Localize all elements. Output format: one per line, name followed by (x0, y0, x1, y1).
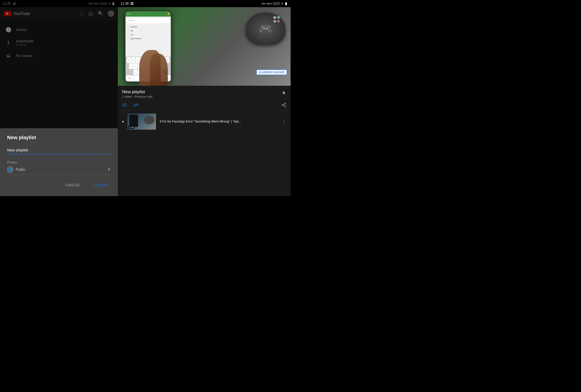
right-panel: 11:38 🖼 550 KB/S VoLTE ▼ ▐▌ 12:15 📶 (118, 0, 291, 196)
video-duration: 2:19 (128, 126, 134, 129)
playlist-title: New playlist (122, 89, 152, 94)
phone-list-item: vpn (126, 29, 170, 33)
time-right: 11:38 🖼 (121, 2, 134, 6)
left-panel: 11:37 🔊 0.09 KB/S VoLTE ▼ ▐▌ YouTube ⬡ 🎥… (0, 0, 118, 196)
signal-icon-right: ▐▌ (285, 2, 288, 5)
cancel-button[interactable]: CANCEL (63, 181, 83, 189)
repeat-button[interactable] (133, 103, 138, 108)
phone-list-item: vpn (126, 33, 170, 36)
playlist-info: New playlist 1 video · Premium Info ▲ (118, 86, 291, 101)
status-icons-right: 550 KB/S VoLTE ▼ ▐▌ (261, 2, 288, 5)
shuffle-button[interactable] (122, 103, 127, 108)
wifi-icon-right: ▼ (281, 2, 283, 5)
phone-list-item: ginge keyboard (126, 36, 170, 40)
svg-line-3 (283, 104, 285, 105)
phone-list-item: facebook (126, 25, 170, 29)
video-list-item[interactable]: 2:19 3 Fix for FaceApp Error "Something … (118, 111, 291, 132)
faceapp-badge: #1 UPDATE FACEAPP (256, 70, 287, 75)
svg-point-1 (282, 104, 283, 106)
privacy-label: Privacy (7, 161, 111, 164)
dialog-actions: CANCEL CREATE (7, 181, 111, 189)
privacy-value: Public (16, 168, 105, 172)
playlist-controls (118, 101, 291, 111)
video-item-title: 3 Fix for FaceApp Error "Something Went … (160, 119, 278, 124)
video-thumbnail-small: 2:19 (127, 114, 156, 130)
globe-icon: 🌐 (7, 166, 13, 172)
game-controller: 🎮 (246, 12, 285, 45)
volte-right: VoLTE (273, 2, 280, 5)
playlist-meta: 1 video · Premium Info (122, 95, 152, 98)
share-button[interactable] (281, 103, 286, 108)
video-info: 3 Fix for FaceApp Error "Something Went … (160, 119, 278, 124)
svg-point-0 (285, 103, 286, 104)
video-area[interactable]: 12:15 📶 Search... facebook vpn (118, 7, 291, 86)
dialog-title: New playlist (7, 135, 111, 140)
playlist-name-input[interactable] (7, 147, 111, 154)
new-playlist-dialog: New playlist Privacy 🌐 Public ▼ CANCEL C… (0, 128, 118, 196)
svg-point-2 (285, 106, 286, 107)
playlist-title-row: New playlist 1 video · Premium Info ▲ (122, 89, 286, 98)
svg-line-4 (283, 105, 285, 106)
dialog-overlay: New playlist Privacy 🌐 Public ▼ CANCEL C… (0, 0, 118, 196)
image-icon: 🖼 (130, 2, 134, 6)
active-indicator (122, 121, 124, 122)
create-button[interactable]: CREATE (90, 181, 111, 189)
expand-icon[interactable]: ▲ (281, 89, 286, 95)
video-thumbnail: 12:15 📶 Search... facebook vpn (118, 7, 291, 86)
status-bar-right: 11:38 🖼 550 KB/S VoLTE ▼ ▐▌ (118, 0, 291, 7)
phone-search-bar: Search... (126, 18, 170, 23)
chevron-down-icon: ▼ (107, 168, 111, 172)
privacy-select-row[interactable]: 🌐 Public ▼ (7, 166, 111, 175)
more-options-icon[interactable]: ⋮ (282, 119, 286, 124)
